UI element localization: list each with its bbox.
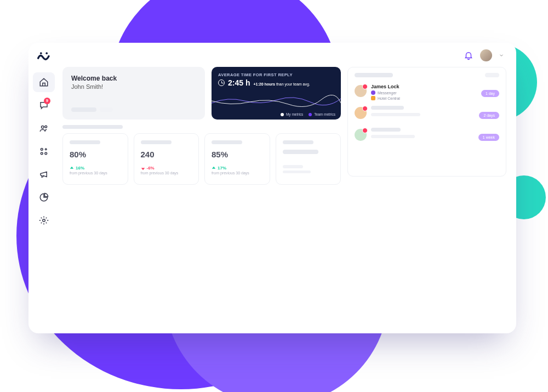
skeleton bbox=[371, 135, 415, 138]
nav-apps[interactable] bbox=[33, 141, 55, 161]
pie-icon bbox=[39, 192, 49, 202]
skeleton bbox=[70, 140, 100, 144]
skeleton bbox=[71, 107, 96, 112]
grid-plus-icon bbox=[39, 146, 49, 156]
skeleton bbox=[283, 171, 311, 173]
skeleton bbox=[283, 165, 303, 168]
skeleton bbox=[485, 73, 499, 77]
arrow-up-icon bbox=[212, 166, 216, 171]
nav-contacts[interactable] bbox=[33, 118, 55, 138]
welcome-name: John Smith! bbox=[71, 83, 196, 90]
app-window: 9 Welcome back John bbox=[28, 43, 516, 333]
metric-value: 80% bbox=[70, 150, 121, 159]
svg-point-5 bbox=[41, 152, 43, 155]
first-reply-sparkline bbox=[212, 93, 341, 109]
arrow-up-icon bbox=[70, 166, 74, 171]
person-avatar bbox=[355, 129, 367, 141]
clock-icon bbox=[218, 79, 225, 86]
nav-inbox[interactable]: 9 bbox=[33, 95, 55, 115]
svg-point-3 bbox=[45, 126, 47, 128]
metric-from: from previous 30 days bbox=[212, 171, 263, 175]
first-reply-card: AVERAGE TIME FOR FIRST REPLY 2:45 h +1:2… bbox=[212, 67, 341, 120]
svg-point-0 bbox=[40, 52, 42, 54]
metric-from: from previous 30 days bbox=[141, 171, 192, 175]
skeleton bbox=[100, 107, 113, 112]
first-reply-label: AVERAGE TIME FOR FIRST REPLY bbox=[218, 72, 334, 77]
person-meta: Hotel Central bbox=[371, 96, 477, 100]
metric-card: 240 -6% from previous 30 days bbox=[134, 133, 199, 185]
skeleton bbox=[371, 128, 401, 132]
nav-reports[interactable] bbox=[33, 188, 55, 207]
user-avatar[interactable] bbox=[480, 49, 492, 61]
svg-point-6 bbox=[45, 152, 47, 155]
svg-point-4 bbox=[41, 148, 43, 150]
person-row[interactable]: 2 days bbox=[355, 106, 499, 124]
metric-value: 85% bbox=[212, 150, 263, 159]
home-icon bbox=[39, 77, 49, 87]
person-meta: Messenger bbox=[371, 90, 477, 95]
nav-home[interactable] bbox=[33, 72, 55, 92]
chevron-down-icon[interactable] bbox=[499, 53, 504, 58]
person-name: James Lock bbox=[371, 84, 477, 89]
skeleton bbox=[212, 140, 242, 144]
metric-value: 240 bbox=[141, 150, 192, 159]
sidebar: 9 bbox=[28, 43, 59, 333]
arrow-down-icon bbox=[141, 166, 145, 171]
skeleton bbox=[371, 113, 420, 116]
nav-settings[interactable] bbox=[33, 211, 55, 230]
svg-point-7 bbox=[43, 219, 45, 222]
main: Welcome back John Smith! AVERAGE TIME FO… bbox=[59, 43, 516, 333]
people-icon bbox=[39, 123, 49, 133]
person-badge[interactable]: 1 day bbox=[481, 90, 499, 97]
svg-point-2 bbox=[42, 126, 44, 129]
skeleton bbox=[371, 106, 404, 110]
logo bbox=[37, 50, 51, 63]
bell-icon[interactable] bbox=[464, 50, 473, 60]
metric-delta: 16% bbox=[70, 166, 121, 171]
person-row[interactable]: 1 week bbox=[355, 128, 499, 146]
svg-point-1 bbox=[45, 52, 48, 54]
person-row[interactable]: James Lock Messenger Hotel Central 1 day bbox=[355, 84, 499, 103]
person-avatar bbox=[355, 107, 367, 119]
first-reply-value: 2:45 h bbox=[228, 78, 250, 87]
gear-icon bbox=[39, 215, 49, 225]
metric-card bbox=[276, 133, 341, 185]
skeleton bbox=[283, 150, 318, 154]
first-reply-legend: My metrics Team metrics bbox=[281, 112, 335, 116]
welcome-card: Welcome back John Smith! bbox=[62, 67, 205, 120]
megaphone-icon bbox=[39, 169, 49, 179]
skeleton bbox=[141, 140, 172, 144]
nav-inbox-badge: 9 bbox=[44, 98, 50, 104]
skeleton bbox=[355, 73, 393, 77]
person-avatar bbox=[355, 85, 367, 97]
person-badge[interactable]: 2 days bbox=[479, 112, 499, 119]
skeleton bbox=[283, 140, 313, 144]
metric-card: 85% 17% from previous 30 days bbox=[204, 133, 270, 185]
metric-card: 80% 16% from previous 30 days bbox=[62, 133, 128, 185]
welcome-title: Welcome back bbox=[71, 75, 196, 82]
skeleton bbox=[62, 125, 123, 129]
nav-campaigns[interactable] bbox=[33, 164, 55, 184]
metric-delta: 17% bbox=[212, 166, 263, 171]
person-badge[interactable]: 1 week bbox=[478, 134, 499, 141]
people-card: James Lock Messenger Hotel Central 1 day… bbox=[347, 67, 506, 177]
topbar bbox=[62, 49, 506, 61]
first-reply-delta: +1:20 hours than your team avg. bbox=[253, 82, 310, 86]
metric-from: from previous 30 days bbox=[70, 171, 121, 175]
metric-delta: -6% bbox=[141, 166, 192, 171]
